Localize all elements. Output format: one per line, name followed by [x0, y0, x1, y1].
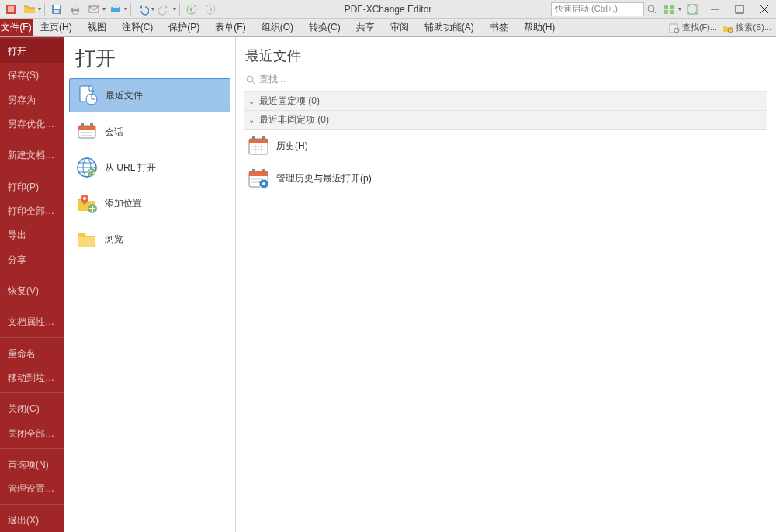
- recent-group-unpinned[interactable]: ⌄ 最近非固定项 (0): [244, 111, 767, 130]
- sidebar-item-save[interactable]: 保存(S): [0, 63, 64, 87]
- quick-access-toolbar: ▾ ▾ ▾ ▾ ▾: [0, 2, 219, 17]
- sidebar-item-prefs[interactable]: 首选项(N): [0, 452, 64, 476]
- close-button[interactable]: [753, 2, 776, 17]
- sidebar-item-print[interactable]: 打印(P): [0, 174, 64, 199]
- redo-button[interactable]: [156, 2, 173, 17]
- sidebar-item-revert[interactable]: 恢复(V): [0, 278, 64, 302]
- sidebar-item-rename[interactable]: 重命名: [0, 341, 64, 365]
- svg-rect-58: [262, 169, 265, 173]
- minimize-button[interactable]: [703, 2, 726, 17]
- ribbon-tab[interactable]: 辅助功能(A): [417, 19, 482, 36]
- ribbon-tab[interactable]: 审阅: [383, 19, 417, 36]
- svg-rect-48: [249, 139, 268, 143]
- sidebar-item-docprops[interactable]: 文档属性(D): [0, 309, 64, 333]
- svg-rect-32: [90, 123, 93, 126]
- svg-rect-50: [262, 136, 265, 140]
- sidebar-item-save-optimized[interactable]: 另存优化的副本: [0, 112, 64, 136]
- open-folder-button[interactable]: [21, 2, 38, 17]
- recent-group-pinned[interactable]: ⌄ 最近固定项 (0): [244, 92, 767, 111]
- search-button[interactable]: 搜索(S)...: [722, 22, 771, 34]
- svg-rect-49: [252, 136, 255, 140]
- ribbon-tab[interactable]: 帮助(H): [516, 19, 563, 36]
- ribbon-tabs: 文件(F) 主页(H) 视图 注释(C) 保护(P) 表单(F) 组织(O) 转…: [0, 19, 776, 37]
- sidebar-item-exit[interactable]: 退出(X): [0, 508, 64, 532]
- svg-rect-1: [8, 6, 14, 12]
- dropdown-caret-icon[interactable]: ▾: [38, 5, 41, 12]
- fullscreen-button[interactable]: [683, 2, 702, 17]
- sidebar-item-manage[interactable]: 管理设置(M): [0, 476, 64, 500]
- svg-rect-56: [249, 171, 268, 176]
- sidebar-item-closeall[interactable]: 关闭全部(S): [0, 421, 64, 445]
- quick-launch-input[interactable]: 快速启动 (Ctrl+.): [551, 2, 644, 16]
- ribbon-tab[interactable]: 主页(H): [33, 19, 80, 36]
- scan-button[interactable]: [107, 2, 124, 17]
- app-icon[interactable]: [2, 2, 19, 17]
- svg-point-41: [83, 197, 86, 200]
- titlebar-right: 快速启动 (Ctrl+.) ▾: [551, 2, 776, 17]
- open-item-addplace[interactable]: 添加位置: [69, 187, 230, 219]
- ribbon-tab[interactable]: 视图: [80, 19, 114, 36]
- sidebar-item-close[interactable]: 关闭(C): [0, 396, 64, 420]
- dropdown-caret-icon[interactable]: ▾: [173, 5, 176, 12]
- open-item-sessions[interactable]: 会话: [69, 116, 230, 148]
- svg-rect-9: [111, 7, 120, 12]
- ribbon-tab[interactable]: 表单(F): [207, 19, 253, 36]
- dropdown-caret-icon[interactable]: ▾: [102, 5, 106, 12]
- svg-rect-7: [73, 11, 78, 14]
- print-button[interactable]: [67, 2, 84, 17]
- dropdown-caret-icon[interactable]: ▾: [124, 5, 127, 12]
- recent-search-placeholder: 查找...: [259, 73, 286, 86]
- manage-history-item[interactable]: 管理历史与最近打开(p): [244, 162, 767, 195]
- ribbon-tab[interactable]: 组织(O): [254, 19, 301, 36]
- sidebar-item-export[interactable]: 导出: [0, 223, 64, 247]
- email-button[interactable]: [85, 2, 102, 17]
- sidebar-item-printall[interactable]: 打印全部(R): [0, 199, 64, 223]
- open-item-label: 浏览: [105, 233, 123, 246]
- nav-back-button[interactable]: [183, 2, 200, 17]
- open-item-label: 从 URL 打开: [105, 161, 156, 174]
- open-item-recent[interactable]: 最近文件: [69, 78, 230, 112]
- search-icon: [245, 74, 256, 85]
- sidebar-item-open[interactable]: 打开: [0, 39, 64, 63]
- maximize-button[interactable]: [728, 2, 751, 17]
- open-item-browse[interactable]: 浏览: [69, 223, 230, 255]
- svg-line-14: [653, 11, 656, 14]
- add-place-icon: [75, 192, 99, 215]
- calendar-gear-icon: [247, 167, 270, 190]
- svg-rect-10: [113, 5, 119, 8]
- ribbon-tab[interactable]: 共享: [348, 19, 383, 36]
- manage-history-label: 管理历史与最近打开(p): [276, 172, 372, 185]
- dropdown-caret-icon[interactable]: ▾: [678, 5, 681, 12]
- svg-point-13: [648, 5, 654, 12]
- undo-button[interactable]: [134, 2, 151, 17]
- file-tab[interactable]: 文件(F): [0, 19, 33, 36]
- ribbon-tab[interactable]: 注释(C): [114, 19, 161, 36]
- sidebar-item-saveas[interactable]: 另存为: [0, 88, 64, 112]
- quick-launch-search-icon[interactable]: [646, 3, 658, 16]
- ribbon-tab[interactable]: 保护(P): [161, 19, 207, 36]
- svg-point-11: [187, 5, 196, 14]
- recent-search-input[interactable]: 查找...: [244, 71, 767, 92]
- svg-line-46: [252, 81, 255, 85]
- find-button[interactable]: 查找(F)...: [668, 22, 717, 34]
- sidebar-item-share[interactable]: 分享: [0, 247, 64, 271]
- svg-rect-4: [54, 10, 59, 13]
- open-item-url[interactable]: 从 URL 打开: [69, 151, 230, 184]
- quick-launch-placeholder: 快速启动 (Ctrl+.): [555, 3, 618, 15]
- ribbon-tab[interactable]: 书签: [482, 19, 516, 36]
- history-item[interactable]: 历史(H): [244, 130, 767, 162]
- sidebar-item-trash[interactable]: 移动到垃圾箱: [0, 365, 64, 389]
- sessions-icon: [75, 120, 99, 143]
- nav-forward-button[interactable]: [202, 2, 219, 17]
- calendar-history-icon: [247, 134, 270, 157]
- sidebar-item-newdoc[interactable]: 新建文档(N): [0, 143, 64, 167]
- ui-options-button[interactable]: [660, 2, 678, 17]
- save-button[interactable]: [48, 2, 65, 17]
- find-icon: [668, 22, 681, 34]
- dropdown-caret-icon[interactable]: ▾: [151, 5, 154, 12]
- chevron-down-icon: ⌄: [248, 97, 256, 105]
- open-item-label: 添加位置: [105, 197, 142, 210]
- svg-rect-3: [54, 5, 60, 9]
- ribbon-tab[interactable]: 转换(C): [301, 19, 348, 36]
- open-panel-title: 打开: [64, 37, 235, 77]
